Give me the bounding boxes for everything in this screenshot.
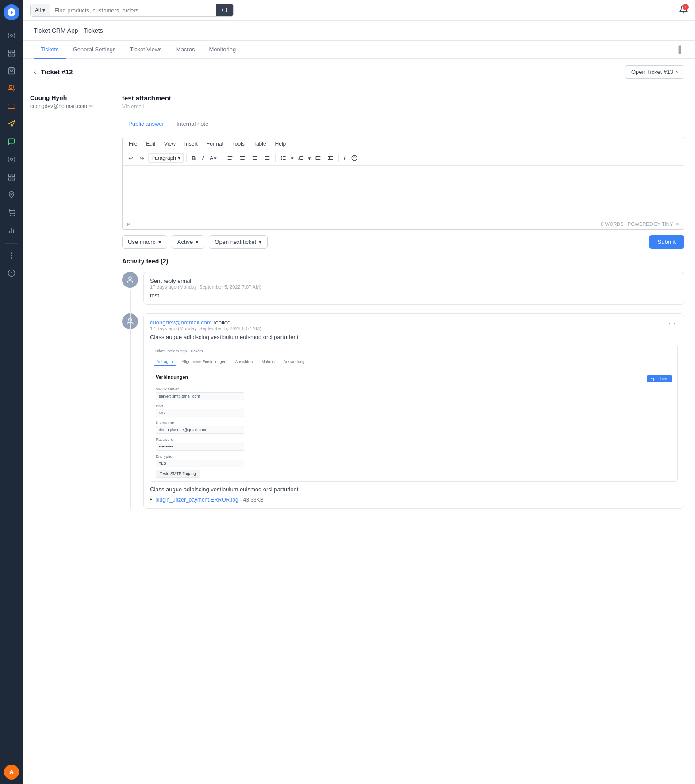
justify-button[interactable] [262,154,273,162]
sidebar-icon-chart[interactable] [4,222,19,238]
svg-rect-1 [8,50,11,52]
sidebar-icon-chat[interactable] [4,134,19,150]
status-select[interactable]: Active ▾ [172,235,204,249]
sidebar-icon-bag[interactable] [4,63,19,79]
activity-header-2: cuongdev@hotmail.com replied. 17 days ag… [150,319,678,331]
tab-internal-note[interactable]: Internal note [170,117,215,131]
sidebar-icon-apps[interactable] [4,169,19,185]
action-bar: Use macro ▾ Active ▾ Open next ticket ▾ … [122,235,684,249]
tab-tickets[interactable]: Tickets [34,41,66,59]
editor-body[interactable] [123,166,684,219]
bold-button[interactable]: B [189,154,198,163]
activity-text-2: Class augue adipiscing vestibulum euismo… [150,334,678,340]
chevron-right-icon: › [676,69,678,75]
activity-text-2b: Class augue adipiscing vestibulum euismo… [150,486,678,493]
tab-nav: Tickets General Settings Ticket Views Ma… [23,41,695,59]
open-next-label: Open Ticket #13 [631,69,673,75]
screenshot-topbar: Anfragen Allgemeine Einstellungen Ansich… [154,358,674,369]
screenshot-inner: Ticket System App - Tickets Anfragen All… [150,345,677,481]
help-button[interactable] [349,154,360,162]
sidebar-icon-users[interactable] [4,81,19,97]
editor-menubar: File Edit View Insert Format Tools Table… [123,137,684,151]
sidebar-icon-grid[interactable] [4,45,19,61]
editor-container: File Edit View Insert Format Tools Table… [122,137,684,230]
tab-monitoring[interactable]: Monitoring [202,41,243,59]
search-filter[interactable]: All ▾ [31,4,50,16]
editor-word-count: 0 WORDS POWERED BY TINY ✏ [601,221,680,227]
editor-toolbar: ↩ ↪ Paragraph ▾ B I A▾ [123,151,684,166]
tab-public-answer[interactable]: Public answer [122,117,170,131]
via-email: Via email [122,104,684,110]
format-select[interactable]: Paragraph ▾ [148,153,184,163]
sidebar-icon-home[interactable] [4,27,19,43]
screenshot-field-2: Username demo.plusone@gmail.com [156,421,672,434]
edit-icon[interactable]: ✏ [89,103,93,109]
attachment-link[interactable]: plugin_unzer_payment.ERROR.log [155,497,238,503]
app-logo[interactable] [4,4,19,20]
activity-author-link[interactable]: cuongdev@hotmail.com [150,319,212,326]
activity-more-button-1[interactable]: ⋯ [666,278,678,286]
svg-point-12 [11,193,12,195]
chevron-down-icon-numlist: ▾ [308,155,311,162]
tab-ticket-views[interactable]: Ticket Views [123,41,169,59]
sidebar-icon-ticket[interactable] [4,98,19,114]
screenshot-tab-2: Ansichten [233,358,256,366]
activity-avatar-user [122,313,138,329]
main-wrapper: All ▾ 1 Ticket CRM App - Tickets Tickets… [23,0,695,784]
tab-scroll-button[interactable]: ▐ [672,42,684,57]
italic-button[interactable]: I [200,154,206,163]
sidebar-icon-more[interactable] [4,247,19,263]
indent-button[interactable] [325,154,336,162]
align-left-button[interactable] [225,154,235,162]
content-area: Cuong Hynh cuongdev@hotmail.com ✏ test a… [23,85,695,781]
tab-macros[interactable]: Macros [169,41,202,59]
svg-point-13 [10,215,11,216]
search-container: All ▾ [30,4,234,17]
sidebar-icon-cart[interactable] [4,205,19,220]
align-right-button[interactable] [250,154,260,162]
open-next-select[interactable]: Open next ticket ▾ [209,235,268,249]
strikethrough-button[interactable]: I [342,154,348,163]
activity-title-1: Sent reply email. [150,278,261,284]
svg-point-55 [129,318,132,321]
user-avatar[interactable]: A [4,765,19,780]
screenshot-tab-4: Auswertung [281,358,307,366]
numbered-list-button[interactable] [296,154,306,162]
notification-button[interactable]: 1 [679,5,688,16]
menu-insert[interactable]: Insert [183,140,200,148]
sidebar-icon-info[interactable] [4,265,19,281]
bullet-list-button[interactable] [278,154,289,162]
activity-more-button-2[interactable]: ⋯ [666,319,678,327]
search-button[interactable] [216,4,233,16]
activity-title-2: cuongdev@hotmail.com replied. [150,319,261,326]
sidebar-icon-settings[interactable] [4,151,19,167]
svg-rect-9 [12,174,15,176]
activity-text-1: test [150,292,678,299]
text-color-button[interactable]: A▾ [207,154,219,163]
menu-view[interactable]: View [162,140,177,148]
menu-file[interactable]: File [127,140,139,148]
open-next-ticket-button[interactable]: Open Ticket #13 › [625,65,684,79]
undo-button[interactable]: ↩ [126,154,135,163]
sidebar: A [0,0,23,784]
submit-button[interactable]: Submit [649,235,684,249]
outdent-button[interactable] [313,154,323,162]
search-input[interactable] [50,4,216,16]
menu-format[interactable]: Format [205,140,225,148]
activity-item-2: cuongdev@hotmail.com replied. 17 days ag… [122,313,684,509]
menu-table[interactable]: Table [252,140,268,148]
screenshot-tab-1: Allgemeine Einstellungen [179,358,229,366]
back-button[interactable]: ‹ [34,67,36,77]
macro-select[interactable]: Use macro ▾ [122,235,167,249]
menu-edit[interactable]: Edit [144,140,157,148]
open-next-label: Open next ticket [215,239,256,245]
tab-general-settings[interactable]: General Settings [66,41,123,59]
svg-point-0 [11,35,13,37]
sidebar-icon-location[interactable] [4,187,19,203]
menu-help[interactable]: Help [273,140,288,148]
svg-rect-4 [12,54,15,56]
redo-button[interactable]: ↪ [137,154,146,163]
sidebar-icon-megaphone[interactable] [4,116,19,132]
align-center-button[interactable] [237,154,248,162]
menu-tools[interactable]: Tools [230,140,246,148]
